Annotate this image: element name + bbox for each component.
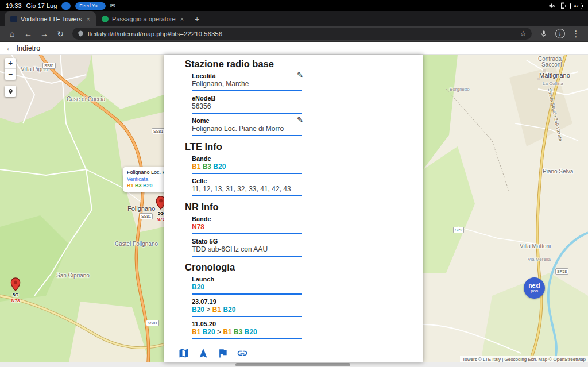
status-icons: 47 — [548, 2, 582, 9]
h-scrollbar-thumb[interactable] — [235, 363, 350, 366]
field-value: Folignano Loc. Piane di Morro — [192, 125, 302, 133]
tab-close-icon[interactable]: × — [179, 16, 185, 22]
back-button[interactable]: ← — [21, 27, 36, 41]
edit-pencil-icon[interactable]: ✎ — [297, 71, 303, 79]
clock: 19:33 — [6, 2, 22, 9]
tab-title: Passaggio a operatore — [112, 16, 176, 22]
map-place-label: San Cipriano — [56, 272, 90, 279]
field-value: 11, 12, 13, 31, 32, 33, 41, 42, 43 — [192, 185, 302, 194]
road-shield: SS81 — [152, 128, 164, 134]
back-label: Indietro — [17, 44, 41, 52]
map-right-tiles — [423, 55, 588, 362]
notification-pill[interactable]: Feed Yo... — [75, 2, 105, 10]
field-value: B20 — [192, 283, 302, 292]
map-right[interactable]: nexi pos Towers © LTE Italy | Geocoding … — [423, 55, 588, 362]
notification-icon[interactable] — [61, 2, 71, 10]
field-value: B1 B3 B20 — [192, 163, 302, 171]
page-content: + − Folignano Loc. Piane di Morro Verifi… — [0, 55, 588, 362]
field-label: eNodeB — [192, 95, 302, 102]
station-field: BandeN78 — [192, 215, 302, 234]
station-field: Celle11, 12, 13, 31, 32, 33, 41, 42, 43 — [192, 177, 302, 196]
zoom-out-button[interactable]: − — [5, 69, 16, 80]
map-attribution: Towers © LTE Italy | Geocoding Esri, Map… — [460, 356, 588, 362]
marker-band-label: N78 — [11, 298, 20, 303]
section-title: NR Info — [185, 202, 423, 213]
zoom-in-button[interactable]: + — [5, 58, 16, 69]
map-left[interactable]: + − Folignano Loc. Piane di Morro Verifi… — [0, 55, 164, 362]
map-place-label: Sacconi — [541, 61, 562, 68]
panel-action-bar — [178, 347, 423, 359]
field-label: Stato 5G — [192, 238, 302, 245]
vibrate-icon — [559, 2, 566, 9]
navigate-icon[interactable] — [198, 347, 209, 359]
field-label: Località — [192, 72, 302, 80]
field-value: Folignano, Marche — [192, 80, 302, 88]
field-value: N78 — [192, 223, 302, 231]
map-icon[interactable] — [178, 347, 189, 359]
back-bar[interactable]: ← Indietro — [0, 42, 588, 55]
field-value: B1 B20 > B1 B3 B20 — [192, 328, 302, 337]
field-value: TDD sub-6GHz con AAU — [192, 245, 302, 254]
tab-close-icon[interactable]: × — [86, 16, 91, 22]
mute-icon — [548, 2, 555, 9]
tower-marker[interactable] — [156, 196, 164, 210]
url-text[interactable]: lteitaly.it/it/internal/map.php#bts=2221… — [88, 30, 516, 37]
station-field: BandeB1 B3 B20 — [192, 155, 302, 174]
tab-favicon — [10, 16, 17, 22]
marker-tech-label: 5G — [158, 211, 164, 216]
popup-verified-link[interactable]: Verificata — [127, 176, 164, 183]
field-label: Bande — [192, 215, 302, 223]
station-field: Località✎Folignano, Marche — [192, 72, 302, 91]
flag-icon[interactable] — [217, 347, 229, 359]
map-place-label: Case di Coccia — [67, 96, 105, 102]
reload-button[interactable]: ↻ — [53, 27, 68, 41]
new-tab-button[interactable]: + — [189, 14, 204, 24]
url-bar[interactable]: lteitaly.it/it/internal/map.php#bts=2221… — [72, 28, 532, 40]
station-popup[interactable]: Folignano Loc. Piane di Morro Verificata… — [123, 167, 164, 192]
station-field: eNodeB56356 — [192, 95, 302, 114]
browser-tab[interactable]: Passaggio a operatore× — [96, 11, 189, 26]
map-place-label: Folignano — [127, 205, 155, 212]
bookmark-star-icon[interactable]: ☆ — [520, 29, 527, 38]
battery-icon: 47 — [570, 3, 582, 9]
map-place-label: Piano Selva — [543, 168, 573, 175]
menu-kebab-icon[interactable]: ⋮ — [568, 27, 583, 41]
field-label: 23.07.19 — [192, 298, 302, 306]
link-icon[interactable] — [237, 347, 248, 359]
field-label: Launch — [192, 276, 302, 283]
mail-icon: ✉ — [110, 2, 115, 10]
map-place-label: Via Merella — [528, 257, 551, 262]
home-button[interactable]: ⌂ — [5, 27, 20, 41]
station-sections: Stazione radio baseLocalità✎Folignano, M… — [185, 59, 423, 339]
road-shield: SP2 — [453, 227, 464, 233]
popup-bands: B1 B3 B20 — [127, 183, 164, 190]
field-value: 56356 — [192, 102, 302, 111]
browser-tab[interactable]: Vodafone LTE Towers× — [5, 11, 96, 26]
field-value: B20 > B1 B20 — [192, 306, 302, 314]
tower-marker[interactable] — [11, 277, 21, 291]
browser-toolbar: ⌂ ← → ↻ lteitaly.it/it/internal/map.php#… — [0, 26, 588, 42]
field-label: Celle — [192, 177, 302, 185]
road-shield: SS81 — [140, 213, 153, 219]
back-arrow-icon: ← — [6, 44, 13, 52]
mic-icon[interactable] — [536, 27, 551, 41]
forward-button[interactable]: → — [37, 27, 52, 41]
map-place-label: Villa Mattoni — [520, 243, 551, 249]
station-field: LaunchB20 — [192, 276, 302, 295]
section-title: Cronologia — [185, 262, 423, 273]
station-field: Stato 5GTDD sub-6GHz con AAU — [192, 238, 302, 257]
field-label: 11.05.20 — [192, 320, 302, 328]
map-place-label: Borghetto — [450, 87, 470, 92]
tab-title: Vodafone LTE Towers — [21, 16, 82, 22]
site-info-icon[interactable] — [78, 30, 84, 37]
tab-strip: Vodafone LTE Towers×Passaggio a operator… — [0, 11, 588, 26]
road-shield: SS81 — [42, 63, 56, 69]
road-shield: SS81 — [146, 320, 159, 326]
edit-pencil-icon[interactable]: ✎ — [297, 115, 303, 124]
map-marker-control[interactable] — [5, 86, 16, 97]
map-place-label: Maltignano — [539, 72, 570, 79]
tab-favicon — [102, 16, 109, 22]
station-field: Nome✎Folignano Loc. Piane di Morro — [192, 117, 302, 136]
download-icon[interactable]: ↓ — [552, 27, 567, 41]
pin-icon — [7, 88, 14, 95]
